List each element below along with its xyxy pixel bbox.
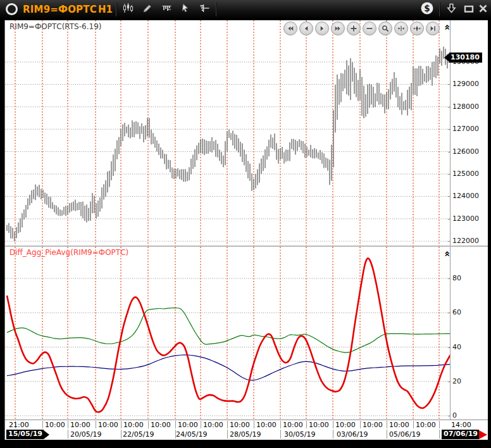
indicator-chart-canvas[interactable] — [5, 247, 450, 420]
time-axis-label: 10:00 — [283, 421, 303, 429]
date-axis-label: 28/05/19 — [230, 430, 261, 439]
zoom-in-button[interactable] — [347, 22, 361, 35]
scroll-fast-back-icon — [286, 24, 295, 33]
toolbar-separator — [116, 3, 116, 16]
time-tick — [96, 421, 96, 428]
price-pane-title: RIM9=ФОРТС(RTS-6.19) — [9, 22, 101, 31]
time-tick — [360, 421, 361, 428]
date-tick — [121, 430, 121, 439]
pane-splitter[interactable] — [5, 246, 488, 247]
scroll-fast-back-button[interactable] — [283, 22, 297, 35]
time-axis-label: 10:00 — [151, 421, 171, 429]
time-axis-label: 10:00 — [389, 421, 409, 429]
date-tick — [387, 430, 387, 439]
time-tick — [42, 421, 43, 428]
scroll-forward-button[interactable] — [315, 22, 329, 35]
money-button[interactable]: $ — [419, 2, 435, 17]
compress-bars-icon — [413, 24, 421, 33]
price-axis-label: 124000 — [452, 192, 479, 200]
date-tick — [333, 430, 333, 439]
volume-profile-button[interactable] — [158, 2, 175, 17]
price-axis-label: 123000 — [452, 215, 479, 223]
chart-content: RIM9=ФОРТС(RTS-6.19) Diff_Agg_PieAvg(RIM… — [4, 20, 488, 440]
chart-window: RIM9=ФОРТС ∨ H1 — [0, 0, 491, 448]
series-avg-navy — [7, 355, 450, 380]
download-button[interactable] — [443, 2, 459, 17]
date-tick — [280, 430, 281, 439]
date-tag-label: 15/05/19 — [6, 430, 44, 439]
indicator-axis-label: 20 — [452, 377, 461, 385]
indicator-axis-label: 80 — [452, 274, 461, 282]
date-axis-label: 30/05/19 — [284, 430, 315, 439]
title-bar: RIM9=ФОРТС ∨ H1 — [0, 0, 491, 20]
app-logo-icon — [6, 3, 18, 15]
time-tick — [175, 421, 176, 428]
axis-tick — [448, 347, 451, 348]
first-date-tag: 15/05/19 — [6, 430, 49, 439]
price-tag-arrow-icon — [444, 53, 449, 62]
symbol-selector[interactable]: RIM9=ФОРТС ∨ — [23, 0, 110, 19]
draw-pencil-button[interactable] — [139, 2, 156, 17]
red-arrow-icon — [479, 430, 487, 439]
levels-button[interactable] — [196, 2, 213, 17]
date-tick — [68, 430, 68, 439]
time-axis-label: 14:00 — [451, 421, 471, 429]
scroll-fast-forward-button[interactable] — [331, 22, 345, 35]
time-axis-label: 10:00 — [335, 421, 356, 429]
axis-tick — [448, 107, 451, 108]
axis-tick — [448, 219, 451, 220]
date-axis-label: 24/05/19 — [176, 430, 207, 439]
cursor-icon — [180, 3, 190, 16]
close-button[interactable] — [475, 2, 491, 17]
time-tick — [306, 421, 307, 428]
series-avg-green — [7, 308, 450, 353]
time-tick — [148, 421, 149, 428]
time-tick — [254, 421, 254, 428]
candlestick-style-button[interactable] — [120, 2, 137, 17]
indicator-pane-title: Diff_Agg_PieAvg(RIM9=ФОРТС) — [9, 248, 128, 257]
download-arrow-icon — [446, 3, 457, 16]
compress-scale-icon — [397, 24, 406, 33]
scroll-fast-forward-icon — [333, 24, 342, 33]
time-tick — [387, 421, 387, 428]
timeframe-label[interactable]: H1 — [98, 0, 113, 19]
time-axis-label: 21:00 — [9, 421, 29, 429]
series-diff-red — [7, 258, 450, 412]
cursor-button[interactable] — [177, 2, 194, 17]
axis-tick — [448, 382, 451, 382]
toolbar-separator — [439, 3, 440, 16]
levels-icon — [199, 3, 210, 16]
price-chart-canvas[interactable] — [5, 20, 450, 246]
date-axis-label: 05/06/19 — [389, 430, 420, 439]
scroll-back-button[interactable] — [299, 22, 313, 35]
date-tag-label: 07/06/19 — [442, 430, 479, 439]
time-tick — [227, 421, 228, 428]
date-tick — [439, 430, 440, 439]
candlestick-icon — [123, 3, 134, 16]
axis-tick — [448, 129, 451, 130]
indicator-axis-label: 60 — [452, 308, 461, 316]
go-to-end-button[interactable] — [426, 22, 440, 35]
symbol-label: RIM9=ФОРТС — [23, 4, 97, 15]
zoom-select-button[interactable] — [378, 22, 392, 35]
compress-scale-button[interactable] — [394, 22, 408, 35]
restore-icon — [464, 4, 474, 16]
date-axis-label: 20/05/19 — [70, 430, 101, 439]
compress-bars-button[interactable] — [410, 22, 424, 35]
axis-tick — [448, 278, 451, 279]
zoom-out-icon — [365, 24, 374, 33]
zoom-select-icon — [381, 24, 390, 33]
time-axis-label: 10:00 — [256, 421, 277, 429]
time-axis-label: 10:00 — [70, 421, 90, 429]
pencil-icon — [142, 3, 153, 16]
indicator-axis-label: 0 — [452, 411, 457, 420]
time-tick — [333, 421, 333, 428]
dollar-icon: $ — [420, 1, 434, 18]
price-axis-label: 129000 — [452, 80, 479, 88]
date-tick — [227, 430, 228, 439]
volume-profile-icon — [161, 3, 172, 16]
time-tick — [413, 421, 414, 428]
close-icon — [478, 4, 488, 16]
axis-tick — [448, 84, 451, 85]
zoom-out-button[interactable] — [363, 22, 376, 35]
